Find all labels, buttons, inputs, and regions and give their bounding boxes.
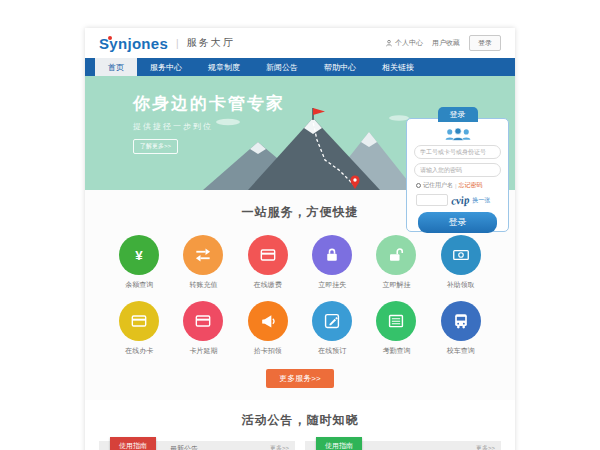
edit-icon	[312, 301, 352, 341]
announcements-section: 活动公告，随时知晓 使用指南最新公告更多>>使用指南更多>>	[85, 400, 515, 450]
nav-item[interactable]: 帮助中心	[311, 58, 369, 76]
service-item[interactable]: 补助领取	[429, 235, 493, 290]
login-panel: 登录 记住用户名 | 忘记密码 cvip 换一张	[406, 118, 509, 232]
remember-checkbox[interactable]	[416, 183, 421, 188]
service-item[interactable]: 校车查询	[429, 301, 493, 356]
service-item[interactable]: 在线预订	[300, 301, 364, 356]
captcha-row: cvip 换一张	[407, 194, 508, 206]
captcha-image: cvip	[451, 193, 470, 207]
password-input[interactable]	[414, 163, 501, 177]
service-item[interactable]: 卡片延期	[171, 301, 235, 356]
service-label: 在线预订	[318, 346, 346, 356]
more-link[interactable]: 更多>>	[476, 444, 501, 450]
nav-item[interactable]: 相关链接	[369, 58, 427, 76]
banknote-icon	[441, 235, 481, 275]
card-icon	[248, 235, 288, 275]
more-services-button[interactable]: 更多服务>>	[266, 369, 333, 388]
lock-icon	[312, 235, 352, 275]
service-label: 立即解挂	[382, 280, 410, 290]
service-item[interactable]: 在线缴费	[236, 235, 300, 290]
list-icon	[376, 301, 416, 341]
announcement-panel: 使用指南更多>>	[305, 441, 501, 450]
main-nav: 首页服务中心规章制度新闻公告帮助中心相关链接	[85, 58, 515, 76]
bus-icon	[441, 301, 481, 341]
service-label: 卡片延期	[189, 346, 217, 356]
transfer-icon	[183, 235, 223, 275]
service-label: 在线缴费	[254, 280, 282, 290]
username-input[interactable]	[414, 145, 501, 159]
service-item[interactable]: 在线办卡	[107, 301, 171, 356]
ribbon-tab[interactable]: 使用指南	[316, 437, 362, 450]
announcement-tabbar: 使用指南最新公告更多>>	[99, 441, 295, 450]
portal-title: 服务大厅	[187, 36, 235, 50]
hero-cta-button[interactable]: 了解更多>>	[133, 139, 178, 154]
row-divider: |	[455, 183, 457, 189]
announcements-title: 活动公告，随时知晓	[99, 412, 501, 429]
service-item[interactable]: 立即解挂	[364, 235, 428, 290]
announcement-tabbar: 使用指南更多>>	[305, 441, 501, 450]
service-label: 在线办卡	[125, 346, 153, 356]
ribbon-tab[interactable]: 使用指南	[110, 437, 156, 450]
yuan-icon: ¥	[119, 235, 159, 275]
service-label: 余额查询	[125, 280, 153, 290]
nav-item[interactable]: 服务中心	[137, 58, 195, 76]
megaphone-icon	[248, 301, 288, 341]
service-label: 考勤查询	[382, 346, 410, 356]
header-right: 个人中心 用户收藏 登录	[385, 35, 501, 51]
remember-label: 记住用户名	[423, 181, 453, 190]
service-label: 拾卡招领	[254, 346, 282, 356]
service-label: 转账充值	[189, 280, 217, 290]
user-icon	[385, 39, 393, 47]
forgot-password-link[interactable]: 忘记密码	[459, 181, 483, 190]
captcha-input[interactable]	[416, 194, 448, 206]
remember-row: 记住用户名 | 忘记密码	[407, 181, 508, 190]
logo: Synjones	[99, 35, 168, 52]
nav-item[interactable]: 规章制度	[195, 58, 253, 76]
services-grid: ¥余额查询转账充值在线缴费立即挂失立即解挂补助领取在线办卡卡片延期拾卡招领在线预…	[85, 235, 515, 356]
personal-center-link[interactable]: 个人中心	[385, 38, 423, 48]
card-icon	[183, 301, 223, 341]
announcement-panels: 使用指南最新公告更多>>使用指南更多>>	[99, 441, 501, 450]
service-item[interactable]: ¥余额查询	[107, 235, 171, 290]
unlock-icon	[376, 235, 416, 275]
logo-divider: |	[176, 38, 179, 49]
personal-center-label: 个人中心	[395, 38, 423, 48]
login-submit-button[interactable]: 登录	[418, 212, 497, 233]
login-tab[interactable]: 登录	[438, 107, 478, 122]
service-item[interactable]: 拾卡招领	[236, 301, 300, 356]
favorites-link[interactable]: 用户收藏	[432, 38, 460, 48]
nav-item[interactable]: 新闻公告	[253, 58, 311, 76]
service-label: 校车查询	[447, 346, 475, 356]
service-label: 立即挂失	[318, 280, 346, 290]
favorites-label: 用户收藏	[432, 38, 460, 48]
more-link[interactable]: 更多>>	[270, 444, 295, 450]
users-icon	[407, 127, 508, 142]
svg-text:¥: ¥	[135, 248, 143, 263]
header-login-button[interactable]: 登录	[469, 35, 501, 51]
nav-item[interactable]: 首页	[95, 58, 137, 76]
service-item[interactable]: 立即挂失	[300, 235, 364, 290]
refresh-captcha-link[interactable]: 换一张	[472, 196, 490, 205]
hero-banner: 你身边的卡管专家 提供捷径一步到位 了解更多>> 登录	[85, 76, 515, 190]
page: Synjones | 服务大厅 个人中心 用户收藏 登录 首页服务中心规章制度新…	[85, 28, 515, 450]
service-label: 补助领取	[447, 280, 475, 290]
announcement-panel: 使用指南最新公告更多>>	[99, 441, 295, 450]
service-item[interactable]: 转账充值	[171, 235, 235, 290]
service-item[interactable]: 考勤查询	[364, 301, 428, 356]
header: Synjones | 服务大厅 个人中心 用户收藏 登录	[85, 28, 515, 58]
card-icon	[119, 301, 159, 341]
announcement-tab[interactable]: 最新公告	[170, 444, 198, 450]
